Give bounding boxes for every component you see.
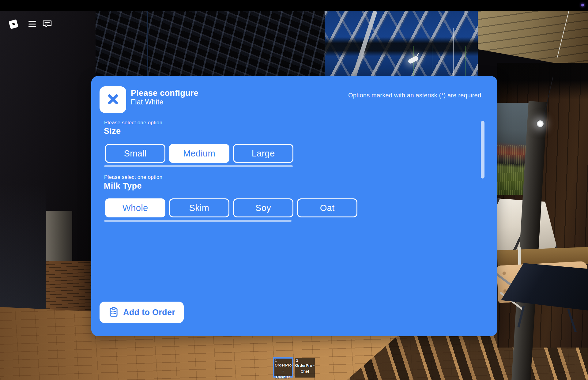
hotbar-label-line2: Chef <box>295 369 315 374</box>
add-to-order-label: Add to Order <box>123 308 175 317</box>
milk-option-row: Whole Skim Soy Oat <box>105 198 357 217</box>
menu-icon[interactable] <box>28 21 36 27</box>
hotbar-label-line1: OrderPro - <box>295 363 315 369</box>
hotbar-slot-cashier[interactable]: 1 OrderPro - Cashier <box>273 357 293 378</box>
milk-row-scrollbar[interactable] <box>104 220 292 222</box>
option-large[interactable]: Large <box>233 144 293 163</box>
hotbar-label-line1: OrderPro - <box>274 363 292 374</box>
required-note: Options marked with an asterisk (*) are … <box>348 92 483 99</box>
scene-wall-light <box>537 120 544 127</box>
option-small[interactable]: Small <box>105 144 165 163</box>
size-row-scrollbar[interactable] <box>104 165 293 167</box>
dialog-subtitle: Flat White <box>131 98 198 106</box>
hotbar-slot-number: 1 <box>275 358 277 363</box>
scene-left-pillar <box>46 211 72 267</box>
hotbar-label-line2: Cashier <box>274 374 292 380</box>
section-milk-title: Milk Type <box>104 181 142 191</box>
scene-shelf-post <box>518 247 521 266</box>
option-oat[interactable]: Oat <box>297 198 357 217</box>
dialog-title: Please configure <box>131 88 198 98</box>
top-black-bar <box>0 0 588 11</box>
scene-left-wood-base <box>46 261 96 311</box>
section-milk-hint: Please select one option <box>104 174 162 180</box>
option-whole[interactable]: Whole <box>105 198 165 217</box>
clipboard-icon <box>108 307 119 318</box>
add-to-order-button[interactable]: Add to Order <box>100 302 184 323</box>
chat-icon[interactable] <box>42 20 52 28</box>
scene-cable <box>453 28 454 77</box>
hotbar-slot-number: 2 <box>296 358 298 363</box>
hotbar-slot-label: OrderPro - Cashier <box>274 363 292 380</box>
notification-dot-icon <box>581 4 584 6</box>
close-icon <box>107 93 119 107</box>
size-option-row: Small Medium Large <box>105 144 293 163</box>
section-size-title: Size <box>104 126 121 136</box>
option-soy[interactable]: Soy <box>233 198 293 217</box>
dialog-scrollbar[interactable] <box>481 121 484 179</box>
dialog-header: Please configure Flat White <box>131 88 198 106</box>
scene-ceiling-lattice <box>88 11 327 80</box>
close-button[interactable] <box>100 86 126 113</box>
section-size-hint: Please select one option <box>104 120 162 126</box>
option-medium[interactable]: Medium <box>169 144 229 163</box>
hotbar-slot-label: OrderPro - Chef <box>295 363 315 375</box>
scene-cable <box>147 11 148 77</box>
configure-dialog: Please configure Flat White Options mark… <box>91 76 497 336</box>
scene-truss-plant-accents <box>395 46 478 80</box>
option-skim[interactable]: Skim <box>169 198 229 217</box>
hotbar-slot-chef[interactable]: 2 OrderPro - Chef <box>295 358 315 378</box>
